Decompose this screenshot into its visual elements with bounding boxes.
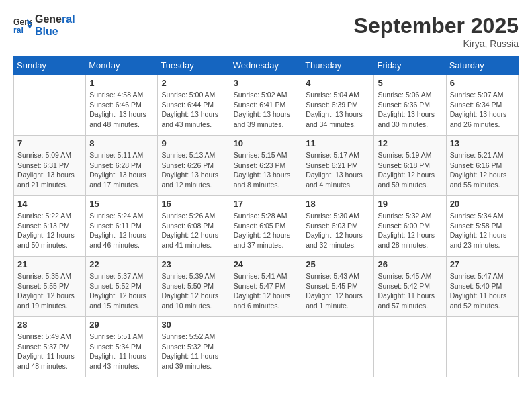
- calendar-cell: 22Sunrise: 5:37 AM Sunset: 5:52 PM Dayli…: [86, 257, 158, 317]
- calendar-cell: [446, 317, 518, 377]
- calendar-cell: 18Sunrise: 5:30 AM Sunset: 6:03 PM Dayli…: [302, 196, 374, 257]
- day-number: 19: [378, 199, 442, 209]
- calendar-cell: 12Sunrise: 5:19 AM Sunset: 6:18 PM Dayli…: [374, 136, 446, 196]
- column-header-wednesday: Wednesday: [230, 56, 302, 75]
- calendar-cell: 10Sunrise: 5:15 AM Sunset: 6:23 PM Dayli…: [230, 136, 302, 196]
- day-number: 10: [234, 138, 299, 148]
- column-header-saturday: Saturday: [446, 56, 518, 75]
- day-info: Sunrise: 5:52 AM Sunset: 5:32 PM Dayligh…: [161, 332, 226, 371]
- calendar-cell: 1Sunrise: 4:58 AM Sunset: 6:46 PM Daylig…: [86, 75, 158, 136]
- day-info: Sunrise: 5:00 AM Sunset: 6:44 PM Dayligh…: [161, 90, 226, 130]
- svg-text:ral: ral: [13, 26, 24, 35]
- day-info: Sunrise: 5:49 AM Sunset: 5:37 PM Dayligh…: [17, 332, 82, 371]
- page-header: Gene ral General Blue September 2025 Kir…: [13, 13, 519, 49]
- calendar-cell: [302, 317, 374, 377]
- day-number: 12: [378, 138, 442, 148]
- day-number: 18: [306, 199, 370, 209]
- calendar-cell: 29Sunrise: 5:51 AM Sunset: 5:34 PM Dayli…: [86, 317, 158, 377]
- day-number: 22: [89, 259, 154, 269]
- day-info: Sunrise: 5:02 AM Sunset: 6:41 PM Dayligh…: [234, 90, 299, 130]
- day-number: 28: [17, 320, 82, 330]
- calendar-cell: 27Sunrise: 5:47 AM Sunset: 5:40 PM Dayli…: [446, 257, 518, 317]
- day-number: 15: [89, 199, 154, 209]
- column-header-monday: Monday: [86, 56, 158, 75]
- day-number: 17: [234, 199, 299, 209]
- day-number: 16: [161, 199, 226, 209]
- day-info: Sunrise: 5:15 AM Sunset: 6:23 PM Dayligh…: [234, 150, 299, 190]
- calendar-cell: 26Sunrise: 5:45 AM Sunset: 5:42 PM Dayli…: [374, 257, 446, 317]
- calendar-cell: [374, 317, 446, 377]
- day-info: Sunrise: 5:13 AM Sunset: 6:26 PM Dayligh…: [161, 150, 226, 190]
- day-number: 26: [378, 259, 442, 269]
- day-info: Sunrise: 5:51 AM Sunset: 5:34 PM Dayligh…: [89, 332, 154, 371]
- day-info: Sunrise: 5:06 AM Sunset: 6:36 PM Dayligh…: [378, 90, 442, 130]
- day-info: Sunrise: 5:26 AM Sunset: 6:08 PM Dayligh…: [161, 211, 226, 250]
- calendar-cell: 17Sunrise: 5:28 AM Sunset: 6:05 PM Dayli…: [230, 196, 302, 257]
- day-number: 8: [89, 138, 154, 148]
- calendar-cell: 14Sunrise: 5:22 AM Sunset: 6:13 PM Dayli…: [14, 196, 86, 257]
- day-info: Sunrise: 5:04 AM Sunset: 6:39 PM Dayligh…: [306, 90, 370, 130]
- day-info: Sunrise: 5:47 AM Sunset: 5:40 PM Dayligh…: [450, 271, 515, 311]
- calendar-week-4: 21Sunrise: 5:35 AM Sunset: 5:55 PM Dayli…: [14, 257, 519, 317]
- column-header-thursday: Thursday: [302, 56, 374, 75]
- logo-text-line1: General: [35, 13, 75, 26]
- day-info: Sunrise: 5:37 AM Sunset: 5:52 PM Dayligh…: [89, 271, 154, 311]
- calendar-header-row: SundayMondayTuesdayWednesdayThursdayFrid…: [14, 56, 519, 75]
- logo: Gene ral General Blue: [13, 13, 75, 38]
- day-number: 29: [89, 320, 154, 330]
- calendar-cell: 20Sunrise: 5:34 AM Sunset: 5:58 PM Dayli…: [446, 196, 518, 257]
- day-info: Sunrise: 5:17 AM Sunset: 6:21 PM Dayligh…: [306, 150, 370, 190]
- calendar-cell: 19Sunrise: 5:32 AM Sunset: 6:00 PM Dayli…: [374, 196, 446, 257]
- day-info: Sunrise: 5:11 AM Sunset: 6:28 PM Dayligh…: [89, 150, 154, 190]
- day-info: Sunrise: 5:34 AM Sunset: 5:58 PM Dayligh…: [450, 211, 515, 250]
- day-info: Sunrise: 5:39 AM Sunset: 5:50 PM Dayligh…: [161, 271, 226, 311]
- calendar-week-2: 7Sunrise: 5:09 AM Sunset: 6:31 PM Daylig…: [14, 136, 519, 196]
- location-subtitle: Kirya, Russia: [354, 38, 519, 49]
- calendar-cell: 21Sunrise: 5:35 AM Sunset: 5:55 PM Dayli…: [14, 257, 86, 317]
- day-info: Sunrise: 5:32 AM Sunset: 6:00 PM Dayligh…: [378, 211, 442, 250]
- day-number: 1: [89, 78, 154, 88]
- calendar-cell: 3Sunrise: 5:02 AM Sunset: 6:41 PM Daylig…: [230, 75, 302, 136]
- month-title: September 2025: [354, 13, 519, 38]
- calendar-cell: 5Sunrise: 5:06 AM Sunset: 6:36 PM Daylig…: [374, 75, 446, 136]
- day-number: 7: [17, 138, 82, 148]
- calendar-cell: 8Sunrise: 5:11 AM Sunset: 6:28 PM Daylig…: [86, 136, 158, 196]
- calendar-cell: 24Sunrise: 5:41 AM Sunset: 5:47 PM Dayli…: [230, 257, 302, 317]
- day-number: 14: [17, 199, 82, 209]
- day-info: Sunrise: 5:30 AM Sunset: 6:03 PM Dayligh…: [306, 211, 370, 250]
- calendar-cell: 15Sunrise: 5:24 AM Sunset: 6:11 PM Dayli…: [86, 196, 158, 257]
- title-block: September 2025 Kirya, Russia: [354, 13, 519, 49]
- day-info: Sunrise: 5:41 AM Sunset: 5:47 PM Dayligh…: [234, 271, 299, 311]
- calendar-cell: [14, 75, 86, 136]
- day-number: 30: [161, 320, 226, 330]
- day-info: Sunrise: 5:45 AM Sunset: 5:42 PM Dayligh…: [378, 271, 442, 311]
- calendar-cell: 16Sunrise: 5:26 AM Sunset: 6:08 PM Dayli…: [158, 196, 230, 257]
- day-number: 21: [17, 259, 82, 269]
- day-number: 24: [234, 259, 299, 269]
- calendar-cell: 2Sunrise: 5:00 AM Sunset: 6:44 PM Daylig…: [158, 75, 230, 136]
- day-info: Sunrise: 5:43 AM Sunset: 5:45 PM Dayligh…: [306, 271, 370, 311]
- calendar-week-5: 28Sunrise: 5:49 AM Sunset: 5:37 PM Dayli…: [14, 317, 519, 377]
- day-number: 11: [306, 138, 370, 148]
- calendar-cell: [230, 317, 302, 377]
- calendar-cell: 30Sunrise: 5:52 AM Sunset: 5:32 PM Dayli…: [158, 317, 230, 377]
- day-info: Sunrise: 5:35 AM Sunset: 5:55 PM Dayligh…: [17, 271, 82, 311]
- logo-text-line2: Blue: [35, 26, 75, 38]
- day-number: 25: [306, 259, 370, 269]
- day-info: Sunrise: 4:58 AM Sunset: 6:46 PM Dayligh…: [89, 90, 154, 130]
- calendar-week-1: 1Sunrise: 4:58 AM Sunset: 6:46 PM Daylig…: [14, 75, 519, 136]
- calendar-cell: 23Sunrise: 5:39 AM Sunset: 5:50 PM Dayli…: [158, 257, 230, 317]
- calendar-cell: 6Sunrise: 5:07 AM Sunset: 6:34 PM Daylig…: [446, 75, 518, 136]
- day-number: 23: [161, 259, 226, 269]
- column-header-friday: Friday: [374, 56, 446, 75]
- day-number: 5: [378, 78, 442, 88]
- day-number: 3: [234, 78, 299, 88]
- day-number: 13: [450, 138, 515, 148]
- day-number: 27: [450, 259, 515, 269]
- day-number: 6: [450, 78, 515, 88]
- day-number: 9: [161, 138, 226, 148]
- column-header-sunday: Sunday: [14, 56, 86, 75]
- day-number: 20: [450, 199, 515, 209]
- column-header-tuesday: Tuesday: [158, 56, 230, 75]
- day-info: Sunrise: 5:21 AM Sunset: 6:16 PM Dayligh…: [450, 150, 515, 190]
